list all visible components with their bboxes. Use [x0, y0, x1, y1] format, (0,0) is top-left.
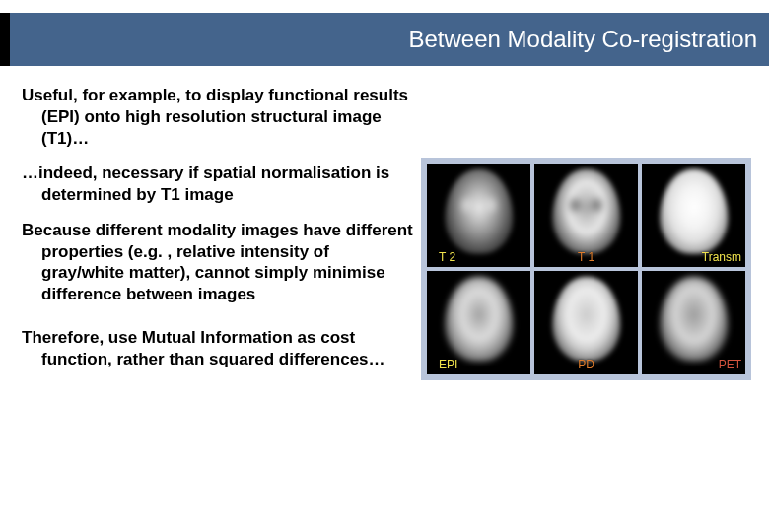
brain-icon [552, 276, 620, 361]
brain-icon [445, 276, 513, 361]
paragraph-2: …indeed, necessary if spatial normalisat… [22, 163, 416, 206]
modality-cell-t2: T 2 [427, 164, 530, 267]
paragraph-4: Therefore, use Mutual Information as cos… [22, 327, 416, 370]
image-column: T 2 T 1 Transm EPI [434, 85, 751, 520]
title-bar-handle [0, 13, 10, 66]
modality-label: T 1 [578, 251, 594, 263]
slide-title: Between Modality Co-registration [409, 26, 758, 53]
text-column: Useful, for example, to display function… [22, 85, 416, 520]
brain-icon [552, 168, 620, 253]
modality-label: PET [719, 359, 741, 370]
title-bar: Between Modality Co-registration [10, 13, 769, 66]
modality-grid: T 2 T 1 Transm EPI [427, 164, 745, 374]
paragraph-1: Useful, for example, to display function… [22, 85, 416, 149]
brain-icon [445, 168, 513, 253]
slide: Between Modality Co-registration Useful,… [0, 0, 769, 532]
modality-label: PD [578, 359, 594, 370]
modality-cell-transm: Transm [642, 164, 745, 267]
slide-body: Useful, for example, to display function… [22, 85, 751, 520]
modality-label: EPI [439, 359, 457, 370]
modality-cell-pet: PET [642, 271, 745, 374]
modality-cell-t1: T 1 [534, 164, 638, 267]
modality-cell-pd: PD [534, 271, 638, 374]
paragraph-3: Because different modality images have d… [22, 220, 416, 305]
modality-label: T 2 [439, 251, 455, 263]
modality-panel: T 2 T 1 Transm EPI [421, 158, 751, 380]
brain-icon [660, 168, 728, 253]
brain-icon [660, 276, 728, 361]
modality-label: Transm [702, 251, 741, 263]
modality-cell-epi: EPI [427, 271, 530, 374]
